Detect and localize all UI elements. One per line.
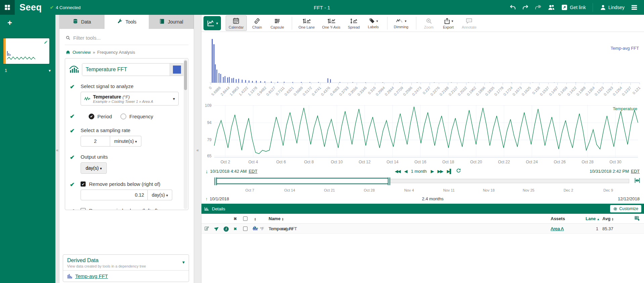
row-checkbox[interactable] [240,227,250,231]
add-column-icon[interactable] [634,215,640,221]
fft-series-label[interactable]: Temp-avg FFT [610,46,639,51]
app-grid-icon[interactable] [0,0,15,15]
fft-bar[interactable] [330,79,331,83]
add-worksheet-button[interactable]: + [7,19,12,27]
tool-card-scrollbar[interactable] [184,59,187,209]
range-back-full-icon[interactable]: ◀◀ [395,169,400,174]
collapse-panel-handle[interactable]: « [194,148,201,153]
export-button[interactable]: ▾Export [439,15,457,31]
fft-bar[interactable] [434,82,434,83]
fft-bar[interactable] [220,74,221,83]
fft-bar[interactable] [256,81,257,83]
user-menu[interactable]: Lindsey [598,3,626,12]
undo-icon[interactable] [508,3,517,12]
fft-bar[interactable] [327,78,328,83]
tab-journal[interactable]: Journal [149,15,194,29]
asset-link[interactable]: Area A [551,226,564,231]
table-row[interactable]: i✖Temp-avg FFTArea A [201,224,644,234]
series-color-chip[interactable] [173,66,181,74]
zoom-button[interactable]: Zoom [420,15,438,31]
slider-handle-right[interactable] [388,177,390,185]
fft-chart[interactable]: 05.68892.84441.89631.42221.13780.94820.8… [201,34,644,101]
fft-bar[interactable] [260,81,261,83]
select-all-checkbox[interactable] [243,216,247,221]
remove-below-checkbox[interactable]: ✔Remove periods below (right of) [81,181,184,187]
name-column-header[interactable]: Name▲▼ [269,216,551,221]
tab-tools[interactable]: Tools [104,15,149,29]
pin-to-trend-icon[interactable] [212,226,222,232]
fft-bar[interactable] [301,82,302,83]
temperature-series-label[interactable]: Temperature [613,106,637,111]
fft-bar[interactable] [310,82,310,83]
tool-name-input[interactable] [82,64,170,76]
fft-bar[interactable] [214,44,215,83]
fft-bar[interactable] [229,77,230,83]
filter-tools-input[interactable] [73,35,183,41]
fft-bar[interactable] [217,70,217,83]
one-y-axis-button[interactable]: One Y-Axis [319,15,343,31]
fft-bar[interactable] [352,82,353,83]
fft-bar[interactable] [242,80,242,83]
fft-bar[interactable] [245,80,246,83]
get-link-button[interactable]: Get link [560,3,587,12]
tab-data[interactable]: Data [59,15,104,29]
fft-bar[interactable] [227,77,228,83]
fft-bar[interactable] [238,79,239,83]
worksheet-thumbnail[interactable] [3,38,49,64]
redo-icon[interactable] [521,3,530,12]
avg-column-header[interactable]: Avg▲▼ [601,216,630,221]
fft-bar[interactable] [265,81,265,83]
fft-bar[interactable] [223,77,224,83]
output-unit-select[interactable]: day(s) ▾ [81,162,107,174]
scrollbar-thumb[interactable] [184,60,187,90]
fft-bar[interactable] [271,82,272,83]
fft-bar[interactable] [400,82,400,83]
one-lane-button[interactable]: One Lane [295,15,318,31]
derived-chevron-down-icon[interactable]: ▾ [182,259,185,265]
remove-below-unit-select[interactable]: day(s) ▾ [148,190,172,200]
fft-bar[interactable] [236,79,236,83]
collapse-rail-handle[interactable]: « [55,148,59,153]
remove-below-input[interactable] [81,190,148,200]
fft-bar[interactable] [318,82,319,83]
fft-bar[interactable] [292,82,293,83]
slider-handle-left[interactable] [215,177,217,185]
fft-bar[interactable] [219,73,219,83]
fft-bar[interactable] [451,82,452,83]
fft-bar[interactable] [215,64,216,83]
capsule-button[interactable]: Capsule [268,15,287,31]
radio-frequency[interactable]: Frequency [121,114,153,119]
temperature-series-line[interactable] [214,107,638,154]
derived-data-link[interactable]: Temp-avg FFT [75,273,108,279]
remove-all-icon[interactable]: ✖ [233,216,237,221]
sampling-unit-select[interactable]: minute(s) ▾ [110,136,141,147]
redo-all-icon[interactable] [534,3,543,12]
chain-button[interactable]: Chain [248,15,266,31]
fft-bar[interactable] [212,39,213,83]
end-timezone-link[interactable]: EDT [631,169,640,174]
customize-button[interactable]: Customize [610,205,641,212]
remove-item-icon[interactable]: ✖ [231,226,240,231]
breadcrumb-overview-link[interactable]: Overview [73,50,91,55]
spread-button[interactable]: Spread [345,15,363,31]
worksheet-chevron-down-icon[interactable]: ▾ [49,68,51,73]
timeline-expand-icon[interactable] [634,177,641,185]
labels-button[interactable]: ▾Labels [364,15,382,31]
fft-bar[interactable] [252,81,253,83]
start-timezone-link[interactable]: EDT [249,169,258,174]
fft-bar[interactable] [248,81,249,83]
slider-selected-window[interactable] [215,178,389,184]
calendar-button[interactable]: Calendar [226,15,247,31]
fft-bar[interactable] [284,82,284,83]
hamburger-menu-icon[interactable] [629,2,639,12]
range-forward-half-icon[interactable]: ▶ [431,169,433,174]
annotate-button[interactable]: Annotate [459,15,479,31]
fft-bar[interactable] [225,76,225,83]
edit-icon[interactable] [204,227,209,232]
remove-above-checkbox[interactable]: Remove periods above (left of) [81,208,184,210]
refresh-icon[interactable] [456,168,461,174]
range-forward-full-icon[interactable]: ▶▶ [438,169,443,174]
fft-bar[interactable] [417,82,417,83]
fft-bar[interactable] [490,83,490,83]
fft-bar[interactable] [339,82,340,83]
